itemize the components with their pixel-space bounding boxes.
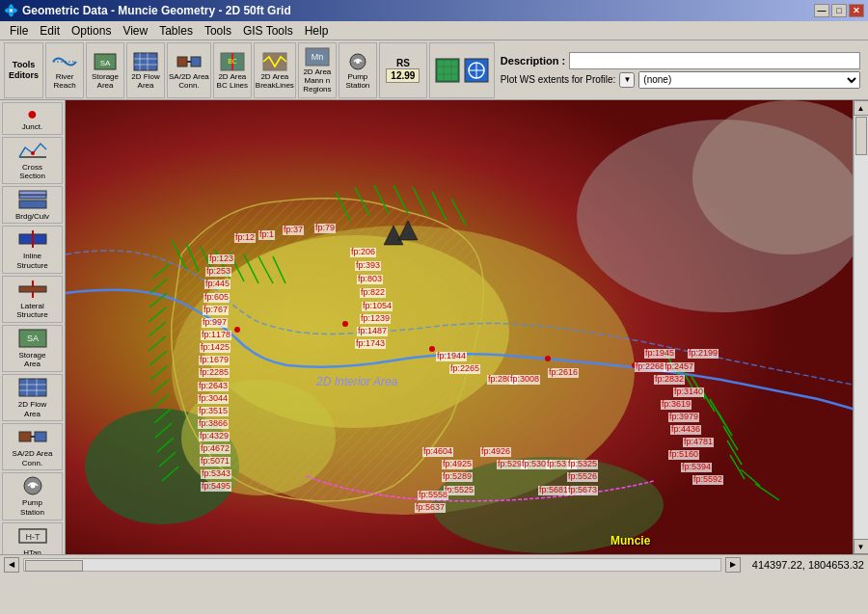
sidebar-inline-label: InlineStructure bbox=[16, 252, 47, 270]
menu-tools[interactable]: Tools bbox=[199, 22, 237, 40]
sidebar-storage-area-icon: SA bbox=[17, 328, 48, 351]
menu-file[interactable]: File bbox=[4, 22, 34, 40]
scroll-thumb[interactable] bbox=[855, 117, 867, 155]
titlebar-controls: — □ ✕ bbox=[814, 4, 864, 17]
sidebar-brdg-culv-label: Brdg/Culv bbox=[15, 212, 49, 222]
menu-tables[interactable]: Tables bbox=[153, 22, 199, 40]
menu-help[interactable]: Help bbox=[299, 22, 335, 40]
toolbar-mann-regions[interactable]: Mn 2D AreaMann nRegions bbox=[298, 42, 337, 98]
description-label: Description : bbox=[501, 55, 565, 67]
app-icon: 💠 bbox=[4, 4, 18, 17]
sidebar-brdg-culv[interactable]: Brdg/Culv bbox=[2, 186, 63, 225]
pump-station-icon bbox=[344, 50, 371, 73]
svg-rect-8 bbox=[177, 57, 187, 67]
svg-point-109 bbox=[632, 362, 637, 368]
scroll-right-button[interactable]: ▶ bbox=[725, 557, 741, 573]
svg-rect-33 bbox=[19, 191, 46, 195]
junct-icon: ● bbox=[27, 105, 38, 122]
sidebar-lateral-structure[interactable]: LateralStructure bbox=[2, 276, 63, 323]
map-svg bbox=[66, 100, 868, 554]
toolbar-rs-group: RS 12.99 bbox=[379, 42, 427, 98]
toolbar-storage-area[interactable]: SA StorageArea bbox=[86, 42, 124, 98]
sidebar-sa2d-icon bbox=[17, 426, 48, 449]
sidebar-junct[interactable]: ● Junct. bbox=[2, 102, 63, 135]
menu-view[interactable]: View bbox=[117, 22, 153, 40]
rs-value: 12.99 bbox=[386, 68, 420, 83]
toolbar-map-btn-2[interactable] bbox=[463, 57, 490, 84]
toolbar-bc-lines-label: 2D AreaBC Lines bbox=[217, 73, 248, 91]
h-scroll-thumb[interactable] bbox=[25, 560, 83, 572]
menu-edit[interactable]: Edit bbox=[34, 22, 66, 40]
mann-regions-icon: Mn bbox=[304, 45, 331, 68]
brdg-culv-icon bbox=[17, 189, 48, 212]
map-area[interactable]: fp:12fp:1fp:37fp:79fp:123fp:253fp:445fp:… bbox=[66, 100, 868, 554]
sidebar-sa2d-conn[interactable]: SA/2D AreaConn. bbox=[2, 423, 63, 470]
toolbar-pump-station[interactable]: PumpStation bbox=[339, 42, 377, 98]
svg-rect-36 bbox=[19, 286, 46, 292]
sidebar: ● Junct. CrossSection Brdg/Cul bbox=[0, 100, 66, 554]
sidebar-lateral-label: LateralStructure bbox=[16, 302, 47, 320]
sidebar-htab-label: HTapParam. bbox=[20, 548, 45, 555]
svg-text:H-T: H-T bbox=[25, 532, 40, 542]
svg-point-105 bbox=[234, 327, 240, 333]
sidebar-htab-icon: H-T bbox=[17, 525, 48, 548]
toolbar-river-reach[interactable]: RiverReach bbox=[45, 42, 84, 98]
storage-area-icon: SA bbox=[92, 50, 119, 73]
svg-rect-47 bbox=[35, 432, 46, 441]
sidebar-junct-label: Junct. bbox=[22, 122, 42, 132]
toolbar-sa2d-conn-label: SA/2D AreaConn. bbox=[169, 73, 209, 91]
scroll-down-button[interactable]: ▼ bbox=[854, 539, 869, 554]
toolbar-2dflow-area[interactable]: 2D FlowArea bbox=[126, 42, 165, 98]
titlebar-left: 💠 Geometric Data - Muncie Geometry - 2D … bbox=[4, 4, 291, 17]
svg-point-62 bbox=[432, 457, 664, 553]
minimize-button[interactable]: — bbox=[814, 4, 829, 17]
sidebar-2dflow-area[interactable]: 2D FlowArea bbox=[2, 374, 63, 421]
sidebar-htab-param[interactable]: H-T HTapParam. bbox=[2, 522, 63, 555]
coordinates-display: 414397.22, 1804653.32 bbox=[752, 559, 864, 571]
profile-dropdown[interactable]: (none) bbox=[638, 71, 860, 89]
svg-point-108 bbox=[545, 356, 551, 361]
toolbar-sa2d-conn[interactable]: SA/2D AreaConn. bbox=[167, 42, 211, 98]
sidebar-pump-station[interactable]: PumpStation bbox=[2, 472, 63, 520]
vertical-scrollbar[interactable]: ▲ ▼ bbox=[853, 100, 868, 554]
toolbar-river-reach-label: RiverReach bbox=[53, 73, 75, 91]
svg-point-106 bbox=[342, 321, 348, 327]
sidebar-storage-area-label: StorageArea bbox=[18, 351, 45, 369]
svg-rect-20 bbox=[438, 61, 457, 80]
sidebar-cross-section[interactable]: CrossSection bbox=[2, 137, 63, 184]
window-title: Geometric Data - Muncie Geometry - 2D 50… bbox=[22, 4, 291, 17]
sidebar-2dflow-icon bbox=[17, 377, 48, 400]
toolbar-mann-regions-label: 2D AreaMann nRegions bbox=[303, 68, 331, 93]
close-button[interactable]: ✕ bbox=[849, 4, 864, 17]
svg-point-50 bbox=[30, 484, 35, 489]
sidebar-inline-structure[interactable]: InlineStructure bbox=[2, 226, 63, 273]
titlebar: 💠 Geometric Data - Muncie Geometry - 2D … bbox=[0, 0, 868, 21]
desc-dropdown-btn[interactable]: ▼ bbox=[619, 72, 635, 88]
svg-text:BC: BC bbox=[228, 58, 237, 65]
scroll-left-button[interactable]: ◀ bbox=[4, 557, 19, 573]
menu-options[interactable]: Options bbox=[66, 22, 117, 40]
toolbar-bc-lines[interactable]: BC 2D AreaBC Lines bbox=[213, 42, 252, 98]
toolbar-breaklines-label: 2D AreaBreakLines bbox=[256, 73, 294, 91]
menu-gis-tools[interactable]: GIS Tools bbox=[237, 22, 299, 40]
plot-ws-label: Plot WS extents for Profile: bbox=[501, 74, 616, 85]
bc-lines-icon: BC bbox=[219, 50, 246, 73]
toolbar-desc-area: Description : Plot WS extents for Profil… bbox=[497, 52, 864, 89]
cross-section-icon bbox=[17, 140, 48, 163]
svg-point-107 bbox=[429, 346, 435, 352]
toolbar-storage-area-label: StorageArea bbox=[92, 73, 119, 91]
horizontal-scrollbar[interactable] bbox=[23, 558, 721, 572]
sidebar-pump-icon bbox=[17, 475, 48, 498]
toolbar-pump-station-label: PumpStation bbox=[345, 73, 369, 91]
sidebar-storage-area[interactable]: SA StorageArea bbox=[2, 325, 63, 372]
scroll-track[interactable] bbox=[854, 116, 868, 539]
svg-rect-9 bbox=[191, 57, 201, 67]
description-input[interactable] bbox=[569, 52, 860, 69]
lateral-structure-icon bbox=[17, 279, 48, 302]
toolbar-map-btn-1[interactable] bbox=[434, 57, 461, 84]
maximize-button[interactable]: □ bbox=[831, 4, 847, 17]
toolbar-breaklines[interactable]: 2D AreaBreakLines bbox=[254, 42, 296, 98]
rs-label: RS bbox=[396, 58, 410, 68]
scroll-up-button[interactable]: ▲ bbox=[854, 100, 869, 116]
sidebar-pump-label: PumpStation bbox=[20, 498, 44, 517]
